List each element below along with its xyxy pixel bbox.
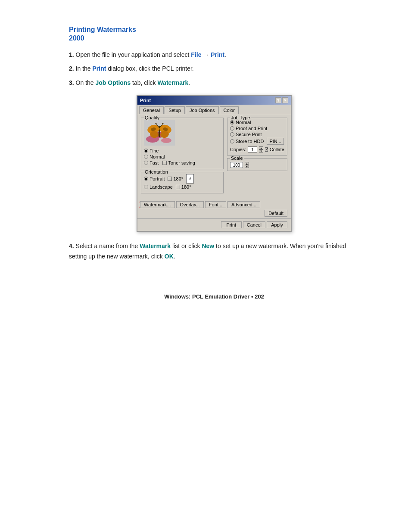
orientation-label: Orientation [144,169,169,174]
step1-num: 1. [69,51,74,58]
radio-proof-row: Proof and Print [230,126,284,131]
copies-label: Copies: [230,147,246,152]
dialog-title: Print [140,98,151,103]
overlay-button[interactable]: Overlay... [176,201,204,208]
step3-text-after: . [188,79,190,86]
portrait-row: Portrait 180° A [144,174,221,184]
checkbox-landscape-180[interactable] [176,185,180,189]
step-2: 2. In the Print dialog box, click the PC… [69,64,359,73]
radio-fast[interactable] [144,161,148,165]
collate-label: Collate [270,147,284,152]
dialog-container: Print ? × General Setup Job Options Colo… [69,95,359,232]
orientation-group: Orientation Portrait 180° A Landscape 18… [141,172,224,193]
radio-fine-row: Fine [144,148,221,153]
action-buttons: Print Cancel Apply [137,218,291,231]
watermark-section: ➤ Watermark... Overlay... Font... Advanc… [137,199,291,210]
step-4: 4. Select a name from the Watermark list… [69,241,359,262]
radio-fast-row: Fast Toner saving [144,160,221,165]
font-button[interactable]: Font... [205,201,226,208]
tab-job-options[interactable]: Job Options [186,106,219,114]
apply-button[interactable]: Apply [267,221,287,228]
radio-job-normal[interactable] [230,120,234,124]
copies-input[interactable] [248,146,257,152]
cancel-button[interactable]: Cancel [243,221,265,228]
step1-print-highlight: Print [211,51,224,58]
step-1: 1. Open the file in your application and… [69,50,359,59]
step1-file-highlight: File [191,51,201,58]
step4-num: 4. [69,243,74,249]
copies-up[interactable]: ▲ [259,146,263,149]
step3-text-before: On the [76,79,96,86]
scale-up[interactable]: ▲ [245,162,249,165]
copies-down[interactable]: ▼ [259,149,263,152]
step4-new-highlight: New [202,243,214,249]
radio-job-normal-label: Normal [236,120,251,125]
close-button[interactable]: × [282,97,288,103]
radio-portrait[interactable] [144,177,148,181]
step4-ok-highlight: OK [165,253,174,260]
scale-row: ▲ ▼ [230,160,284,168]
step1-text-after: . [224,51,226,58]
checkbox-toner[interactable] [162,161,167,165]
help-button[interactable]: ? [275,97,281,103]
landscape-label: Landscape [149,184,173,190]
checkbox-collate[interactable] [265,147,268,152]
dialog-titlebar: Print ? × [137,96,291,105]
step-3: 3. On the Job Options tab, click Waterma… [69,78,359,87]
radio-fine-label: Fine [149,148,159,153]
advanced-button[interactable]: Advanced... [227,201,260,208]
titlebar-buttons: ? × [275,97,288,103]
tab-color[interactable]: Color [220,106,239,114]
scale-label: Scale [230,156,244,161]
dialog-left-column: Quality [141,118,224,196]
watermark-buttons-row: Watermark... Overlay... Font... Advanced… [137,199,291,210]
quality-label: Quality [144,115,160,120]
scale-spinner: ▲ ▼ [245,162,249,168]
job-type-label: Job Type [230,115,251,120]
tab-general[interactable]: General [139,106,164,114]
landscape-180-label: 180° [181,184,191,190]
svg-point-15 [162,123,164,124]
radio-fast-label: Fast [149,160,159,165]
butterfly-image [144,120,221,146]
step1-text-before: Open the file in your application and se… [76,51,191,58]
step2-text-before: In the [76,65,93,72]
step3-joboptions-highlight: Job Options [96,79,131,86]
svg-point-14 [156,123,157,124]
toner-saving-label: Toner saving [168,160,195,165]
radio-proof-label: Proof and Print [236,126,267,131]
step4-text-before: Select a name from the [76,243,140,249]
print-dialog: Print ? × General Setup Job Options Colo… [137,95,292,232]
radio-secure-label: Secure Print [236,132,262,137]
pin-button[interactable]: PIN... [267,138,284,145]
radio-normal[interactable] [144,155,148,159]
scale-input[interactable] [230,162,243,168]
radio-normal-label: Normal [149,154,165,159]
tab-setup[interactable]: Setup [165,106,185,114]
default-button[interactable]: Default [265,210,287,217]
radio-store-label: Store to HDD [236,139,264,144]
radio-fine[interactable] [144,149,148,153]
radio-secure[interactable] [230,132,234,137]
radio-proof[interactable] [230,126,234,131]
page-subtitle: 2000 [69,34,359,42]
copies-row: Copies: ▲ ▼ Collate [230,146,284,152]
copies-spinner: ▲ ▼ [259,146,263,152]
step4-watermark-highlight: Watermark [140,243,171,249]
print-button[interactable]: Print [221,221,242,228]
step3-num: 3. [69,79,74,86]
butterfly-svg [144,120,175,146]
footer: Windows: PCL Emulation Driver • 202 [69,288,359,300]
dialog-right-column: Job Type Normal Proof and Print Secure P… [227,118,287,196]
portrait-label: Portrait [149,176,165,181]
scale-down[interactable]: ▼ [245,165,249,168]
dialog-body: Quality [137,114,291,199]
radio-secure-row: Secure Print [230,132,284,137]
quality-group: Quality [141,118,224,169]
radio-store[interactable] [230,139,234,143]
step4-text-middle1: list or click [171,243,202,249]
watermark-button[interactable]: Watermark... [140,201,175,208]
checkbox-portrait-180[interactable] [168,177,172,181]
radio-normal-row: Normal [144,154,221,159]
radio-landscape[interactable] [144,185,148,189]
